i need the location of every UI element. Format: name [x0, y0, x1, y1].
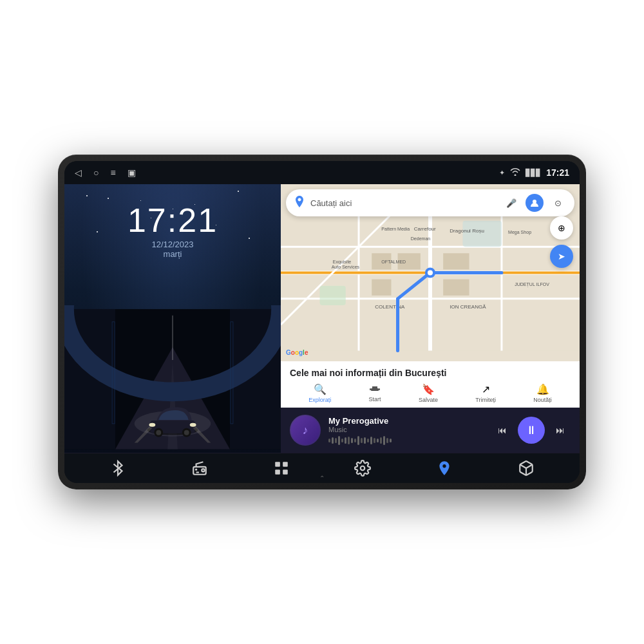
album-art: ♪	[290, 415, 321, 446]
home-icon[interactable]: ○	[93, 167, 99, 178]
svg-point-11	[190, 423, 196, 427]
nav-icons: ◁ ○ ≡ ▣	[75, 167, 136, 178]
search-placeholder[interactable]: Căutați aici	[310, 198, 502, 208]
google-logo: Google	[286, 349, 308, 356]
wifi-icon	[510, 168, 520, 177]
tab-explore[interactable]: 🔍 Explorați	[308, 383, 331, 403]
search-actions: 🎤 ⊙	[502, 194, 567, 212]
map-section[interactable]: Dragonul Roșu OFTALMED COLENTINA ION CRE…	[281, 184, 580, 361]
nav-bluetooth[interactable]	[109, 460, 126, 477]
map-search-bar[interactable]: Căutați aici 🎤 ⊙	[286, 189, 574, 216]
tab-news[interactable]: 🔔 Noutăți	[533, 383, 552, 403]
nav-radio[interactable]	[191, 460, 208, 477]
music-controls: ⏮ ⏸ ⏭	[492, 417, 571, 444]
map-layer-button[interactable]: ⊕	[550, 216, 573, 240]
svg-point-48	[428, 270, 433, 275]
menu-icon[interactable]: ≡	[110, 167, 115, 178]
signal-icon: ▊▊▊	[526, 169, 541, 177]
status-icons: ✦ ▊▊▊ 17:21	[499, 167, 569, 178]
svg-rect-50	[371, 388, 379, 391]
svg-text:Auto Services: Auto Services	[332, 265, 360, 269]
music-player: ♪ My Prerogative Music	[281, 408, 580, 453]
explore-label: Explorați	[308, 397, 331, 403]
svg-text:Pattern Media: Pattern Media	[381, 227, 410, 231]
device: ◁ ○ ≡ ▣ ✦ ▊▊▊ 17:21	[58, 155, 586, 489]
tab-share[interactable]: ↗ Trimiteți	[475, 383, 496, 403]
nav-settings[interactable]	[354, 460, 371, 477]
right-panel: Dragonul Roșu OFTALMED COLENTINA ION CRE…	[281, 184, 580, 453]
svg-rect-29	[462, 221, 502, 247]
svg-text:COLENTINA: COLENTINA	[375, 304, 405, 310]
svg-text:Carrefour: Carrefour	[414, 226, 436, 232]
start-icon	[370, 383, 380, 395]
clock-time: 17:21	[128, 204, 218, 237]
back-icon[interactable]: ◁	[75, 167, 82, 178]
clock-day: marți	[128, 249, 218, 259]
svg-rect-60	[283, 469, 288, 475]
song-title: My Prerogative	[328, 416, 484, 426]
svg-point-15	[156, 430, 161, 435]
svg-rect-57	[275, 462, 280, 467]
play-pause-button[interactable]: ⏸	[518, 417, 545, 444]
share-icon: ↗	[482, 383, 490, 395]
share-label: Trimiteți	[475, 397, 496, 403]
saved-icon: 🔖	[422, 383, 435, 395]
next-button[interactable]: ⏭	[550, 420, 571, 440]
svg-point-10	[149, 423, 155, 427]
navigate-button[interactable]: ➤	[550, 245, 573, 268]
tab-start[interactable]: Start	[369, 383, 381, 403]
nav-extra[interactable]	[518, 460, 535, 477]
car-tunnel-section	[64, 305, 281, 453]
voice-search-button[interactable]: 🎤	[502, 194, 520, 212]
device-screen: ◁ ○ ≡ ▣ ✦ ▊▊▊ 17:21	[64, 161, 580, 483]
svg-text:Dedeman: Dedeman	[411, 236, 431, 241]
svg-rect-59	[275, 469, 280, 475]
left-panel: 17:21 12/12/2023 marți	[64, 184, 281, 453]
main-content: 17:21 12/12/2023 marți	[64, 184, 580, 453]
nav-google-maps[interactable]	[436, 460, 453, 477]
nav-apps[interactable]	[273, 460, 290, 477]
google-maps-logo-small	[294, 196, 305, 210]
svg-rect-52	[379, 388, 380, 390]
explore-icon: 🔍	[314, 383, 327, 395]
clock-date: 12/12/2023	[128, 240, 218, 249]
svg-point-17	[184, 430, 189, 435]
status-time: 17:21	[546, 167, 569, 178]
map-float-buttons: ⊕ ➤	[550, 216, 573, 268]
svg-rect-51	[370, 388, 371, 390]
news-label: Noutăți	[533, 397, 552, 403]
svg-text:Exquisite: Exquisite	[333, 260, 352, 265]
profile-button[interactable]	[526, 194, 544, 212]
music-info: My Prerogative Music	[328, 416, 484, 445]
svg-text:OFTALMED: OFTALMED	[381, 260, 406, 264]
album-art-inner: ♪	[291, 416, 319, 444]
tab-saved[interactable]: 🔖 Salvate	[419, 383, 438, 403]
waveform	[328, 436, 484, 445]
map-info-banner: Cele mai noi informații din București 🔍 …	[281, 361, 580, 408]
svg-text:JUDEȚUL ILFOV: JUDEȚUL ILFOV	[515, 282, 549, 287]
svg-rect-35	[443, 279, 469, 296]
svg-text:Mega Shop: Mega Shop	[508, 230, 531, 235]
screenshot-icon[interactable]: ▣	[128, 167, 136, 178]
bluetooth-status-icon: ✦	[499, 169, 505, 177]
svg-point-61	[361, 466, 365, 471]
bottom-nav: ⌃	[64, 453, 580, 483]
map-info-title: Cele mai noi informații din București	[290, 368, 571, 378]
svg-rect-58	[283, 462, 288, 467]
saved-label: Salvate	[419, 397, 438, 403]
svg-point-54	[202, 469, 204, 471]
map-nav-tabs: 🔍 Explorați Start 🔖 Salvate	[290, 383, 571, 403]
svg-rect-33	[443, 253, 469, 269]
prev-button[interactable]: ⏮	[492, 420, 513, 440]
svg-text:ION CREANGĂ: ION CREANGĂ	[450, 304, 486, 310]
more-options-button[interactable]: ⊙	[549, 194, 567, 212]
start-label: Start	[369, 396, 381, 402]
swipe-up-indicator: ⌃	[319, 475, 325, 482]
news-icon: 🔔	[536, 383, 549, 395]
svg-text:Dragonul Roșu: Dragonul Roșu	[450, 228, 484, 234]
status-bar: ◁ ○ ≡ ▣ ✦ ▊▊▊ 17:21	[64, 161, 580, 184]
clock-section: 17:21 12/12/2023 marți	[128, 204, 218, 259]
music-note-icon: ♪	[303, 424, 308, 437]
svg-rect-34	[372, 279, 391, 296]
svg-rect-30	[320, 286, 346, 305]
